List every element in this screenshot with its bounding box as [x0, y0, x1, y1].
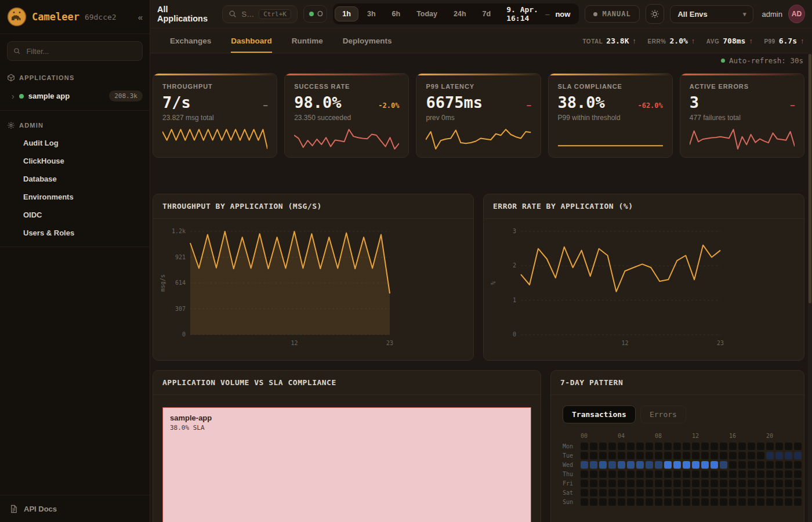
heatmap-cell[interactable]: [701, 470, 709, 478]
heatmap-cell[interactable]: [729, 443, 737, 450]
heatmap-cell[interactable]: [673, 480, 681, 487]
heatmap-cell[interactable]: [618, 470, 625, 478]
heatmap-cell[interactable]: [655, 480, 662, 487]
heatmap-cell[interactable]: [646, 470, 653, 478]
heatmap-cell[interactable]: [608, 489, 616, 496]
heatmap-cell[interactable]: [748, 470, 755, 478]
heatmap-cell[interactable]: [710, 498, 718, 506]
heatmap-cell[interactable]: [720, 498, 727, 506]
heatmap-cell[interactable]: [757, 461, 764, 469]
environment-select[interactable]: All Envs ▾: [670, 5, 753, 23]
heatmap-cell[interactable]: [683, 498, 690, 506]
heatmap-cell[interactable]: [627, 470, 635, 478]
heatmap-cell[interactable]: [701, 443, 709, 450]
heatmap-cell[interactable]: [618, 498, 625, 506]
heatmap-cell[interactable]: [766, 452, 774, 459]
heatmap-cell[interactable]: [627, 489, 635, 496]
heatmap-cell[interactable]: [646, 461, 653, 469]
heatmap-cell[interactable]: [775, 452, 783, 459]
heatmap-cell[interactable]: [655, 443, 662, 450]
heatmap-cell[interactable]: [766, 461, 774, 469]
heatmap-cell[interactable]: [590, 443, 597, 450]
heatmap-cell[interactable]: [738, 489, 746, 496]
heatmap-cell[interactable]: [673, 489, 681, 496]
heatmap-cell[interactable]: [590, 498, 597, 506]
tab-runtime[interactable]: Runtime: [292, 28, 323, 53]
heatmap-cell[interactable]: [608, 480, 616, 487]
heatmap-cell[interactable]: [766, 443, 774, 450]
heatmap-cell[interactable]: [581, 461, 588, 469]
pattern-toggle-errors[interactable]: Errors: [640, 405, 686, 423]
heatmap-cell[interactable]: [775, 480, 783, 487]
heatmap-cell[interactable]: [710, 452, 718, 459]
heatmap-cell[interactable]: [692, 489, 699, 496]
heatmap-cell[interactable]: [673, 470, 681, 478]
heatmap-cell[interactable]: [608, 443, 616, 450]
heatmap-cell[interactable]: [738, 452, 746, 459]
heatmap-cell[interactable]: [683, 452, 690, 459]
scrollbar-track[interactable]: [808, 53, 812, 522]
heatmap-cell[interactable]: [785, 461, 792, 469]
heatmap-cell[interactable]: [757, 489, 764, 496]
sidebar-item-audit-log[interactable]: Audit Log: [0, 134, 150, 152]
api-docs-link[interactable]: API Docs: [0, 495, 150, 522]
heatmap-cell[interactable]: [599, 498, 607, 506]
heatmap-cell[interactable]: [590, 461, 597, 469]
heatmap-cell[interactable]: [729, 452, 737, 459]
heatmap-cell[interactable]: [627, 498, 635, 506]
heatmap-cell[interactable]: [701, 452, 709, 459]
heatmap-cell[interactable]: [720, 470, 727, 478]
heatmap-cell[interactable]: [785, 443, 792, 450]
heatmap-cell[interactable]: [664, 443, 672, 450]
heatmap-cell[interactable]: [627, 443, 635, 450]
heatmap-cell[interactable]: [794, 461, 802, 469]
heatmap-cell[interactable]: [664, 470, 672, 478]
heatmap-cell[interactable]: [775, 498, 783, 506]
heatmap-cell[interactable]: [692, 498, 699, 506]
heatmap-cell[interactable]: [748, 480, 755, 487]
heatmap-cell[interactable]: [581, 443, 588, 450]
heatmap-cell[interactable]: [673, 443, 681, 450]
range-button-1h[interactable]: 1h: [335, 6, 358, 21]
heatmap-cell[interactable]: [664, 480, 672, 487]
heatmap-cell[interactable]: [599, 489, 607, 496]
heatmap-cell[interactable]: [627, 461, 635, 469]
heatmap-cell[interactable]: [766, 489, 774, 496]
heatmap-cell[interactable]: [664, 461, 672, 469]
heatmap-cell[interactable]: [794, 498, 802, 506]
heatmap-cell[interactable]: [608, 498, 616, 506]
sidebar-item-users-roles[interactable]: Users & Roles: [0, 224, 150, 242]
heatmap-cell[interactable]: [794, 443, 802, 450]
heatmap-cell[interactable]: [757, 452, 764, 459]
heatmap-cell[interactable]: [655, 470, 662, 478]
heatmap-cell[interactable]: [738, 498, 746, 506]
heatmap-cell[interactable]: [581, 489, 588, 496]
heatmap-cell[interactable]: [692, 480, 699, 487]
heatmap-cell[interactable]: [794, 470, 802, 478]
heatmap-cell[interactable]: [581, 498, 588, 506]
heatmap-cell[interactable]: [673, 452, 681, 459]
heatmap-cell[interactable]: [748, 489, 755, 496]
sidebar-item-oidc[interactable]: OIDC: [0, 206, 150, 224]
heatmap-cell[interactable]: [683, 480, 690, 487]
sidebar-item-sample-app[interactable]: › sample app 208.3k: [0, 86, 150, 106]
heatmap-cell[interactable]: [775, 489, 783, 496]
heatmap-cell[interactable]: [673, 498, 681, 506]
theme-toggle-button[interactable]: [646, 4, 665, 24]
heatmap-cell[interactable]: [683, 461, 690, 469]
heatmap-cell[interactable]: [748, 498, 755, 506]
heatmap-cell[interactable]: [655, 498, 662, 506]
online-status-button[interactable]: O: [303, 5, 327, 23]
heatmap-cell[interactable]: [729, 461, 737, 469]
heatmap-cell[interactable]: [710, 480, 718, 487]
heatmap-cell[interactable]: [729, 480, 737, 487]
heatmap-cell[interactable]: [636, 452, 644, 459]
heatmap-cell[interactable]: [599, 452, 607, 459]
heatmap-cell[interactable]: [599, 443, 607, 450]
heatmap-cell[interactable]: [646, 489, 653, 496]
heatmap-cell[interactable]: [599, 461, 607, 469]
heatmap-cell[interactable]: [590, 480, 597, 487]
heatmap-cell[interactable]: [618, 489, 625, 496]
heatmap-cell[interactable]: [692, 443, 699, 450]
heatmap-cell[interactable]: [664, 498, 672, 506]
